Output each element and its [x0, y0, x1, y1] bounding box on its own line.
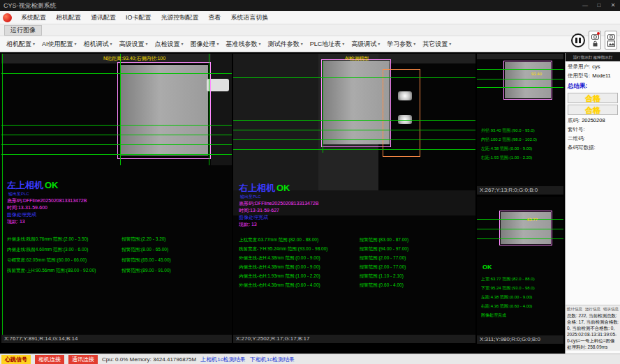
stats-tab[interactable]: 错误信息 — [603, 307, 619, 312]
measurement-row: 残留宽度-上H:90.56mm 范围:(88.00 - 92.00)报警范围:(… — [7, 265, 228, 275]
mini-view-top: 93.40 外径:93.40 范围:(90.0 - 95.0)内径:100.2 … — [477, 54, 563, 195]
camera-view-middle: AI检测模型 右上相机OK 输出至PLC 底形码:DFFline20250208… — [233, 54, 475, 343]
minimize-button[interactable]: — — [578, 0, 592, 11]
measure-guide-line — [477, 229, 563, 229]
toolbar-item[interactable]: 学习参数 — [383, 36, 419, 52]
menu-item[interactable]: IO卡配置 — [121, 11, 156, 24]
measurement-list: 外侧走线:残留0.76mm 范围:(2.00 - 3.50)报警范围:(2.20… — [7, 234, 228, 275]
measure-text-left: 外侧主线-右H:4.36mm 范围:(0.60 - 4.00) — [239, 280, 360, 289]
qr-label: 二维码: — [568, 135, 585, 142]
menu-item[interactable]: 系统语言切换 — [226, 11, 274, 24]
tab-run-image[interactable]: 运行图像 — [4, 25, 42, 36]
measure-text-left: 外侧主线-左H:4.38mm 范围:(0.00 - 9.00) — [239, 253, 360, 262]
mini-measure-line: 左距:4.38 范围:(0.00 - 9.00) — [481, 293, 562, 302]
measurement-list: 上枕宽度:63.77mm 范围:(82.00 - 88.00)报警范围:(83.… — [239, 235, 471, 289]
lock-icon — [591, 40, 599, 47]
camera-connection-indicator: 相机连接 — [35, 355, 64, 364]
count-text: 现款: 13 — [7, 218, 25, 225]
stats-line: 总数: 222, 当前检测总数: — [567, 312, 619, 319]
needle-field: 套针号: — [566, 124, 620, 133]
toolbar-item[interactable]: 点检设置 — [152, 36, 187, 52]
measurement-row: 残留宽度-下H:95.24mm 范围:(93.00 - 98.00)报警范围:(… — [239, 244, 471, 253]
toolbar-item[interactable]: 相机调试 — [80, 36, 116, 52]
stats-tab[interactable]: 统计信息 — [567, 307, 582, 312]
measure-guide-line — [1, 135, 232, 135]
machine-background — [378, 54, 475, 63]
mini-top-canvas[interactable]: 93.40 外径:93.40 范围:(90.0 - 95.0)内径:100.2 … — [477, 54, 563, 186]
total-result-boxes: 合格合格 — [566, 93, 620, 115]
menu-item[interactable]: 系统配置 — [16, 11, 51, 24]
mini-view-bottom: 63.77 OK 上宽:63.77 范围:(82.0 - 88.0)下宽:95.… — [477, 197, 563, 344]
measure-text-left: 残留宽度-上H:90.56mm 范围:(88.00 - 92.00) — [7, 265, 121, 275]
measure-guide-line — [209, 54, 209, 165]
measure-guide-line — [477, 219, 563, 220]
result-ok-badge: OK — [276, 183, 290, 193]
camera-view-left: N轮距离:93.40;右侧内径:100 左上相机OK 输出至PLC 底形码:DF… — [1, 54, 232, 343]
plc-output-label: 输出至PLC — [240, 194, 261, 200]
measure-guide-line — [233, 149, 475, 150]
barcode-write-field: 条码写数据: — [566, 142, 620, 151]
toolbar-item[interactable]: PLC地址表 — [307, 36, 348, 52]
menu-item[interactable]: 查看 — [204, 11, 226, 24]
process-done-text: 图像处理完成 — [239, 214, 268, 221]
menu-item[interactable]: 相机配置 — [51, 11, 86, 24]
measure-guide-line — [120, 54, 121, 165]
main-area: N轮距离:93.40;右侧内径:100 左上相机OK 输出至PLC 底形码:DF… — [0, 53, 620, 354]
mini-bottom-canvas[interactable]: 63.77 OK 上宽:63.77 范围:(82.0 - 88.0)下宽:95.… — [477, 197, 563, 335]
total-result-label: 总结果: — [566, 79, 620, 91]
menu-item[interactable]: 光源控制配置 — [156, 11, 204, 24]
measure-text-right: 报警范围:(0.60 - 4.00) — [360, 280, 471, 289]
code-value: 20250208 — [582, 117, 605, 123]
toolbar-item[interactable]: AI使用配置 — [38, 36, 80, 52]
stats-tab[interactable]: 运行信息 — [585, 307, 600, 312]
measure-text-left: 残留宽度-下H:95.24mm 范围:(93.00 - 98.00) — [239, 244, 360, 253]
stats-line: 0-cys=一号上料位=图像 — [567, 338, 619, 344]
measure-text-left: 内侧主线-右H:1.93mm 范围:(1.00 - 2.20) — [239, 271, 360, 280]
toolbar-item[interactable]: 图像处理 — [187, 36, 223, 52]
measure-text-right: 报警范围:(1.10 - 2.10) — [360, 271, 471, 280]
measure-text-left: 内侧走线:残留4.60mm 范围:(3.00 - 6.00) — [7, 244, 121, 255]
comm-connection-indicator: 通讯连接 — [68, 355, 98, 364]
measure-guide-line — [1, 73, 232, 74]
qr-field: 二维码: — [566, 133, 620, 142]
measure-text-left: 外侧走线:残留0.76mm 范围:(2.00 - 3.50) — [7, 234, 121, 244]
measure-tag: 63.77 — [527, 218, 538, 222]
measurement-row: 引帽宽度:62.05mm 范围:(60.00 - 66.00)报警范围:(65.… — [7, 255, 228, 265]
toolbar-item[interactable]: 高级设置 — [116, 36, 152, 52]
detection-roi-box — [499, 211, 552, 245]
maximize-button[interactable]: □ — [592, 0, 606, 11]
pause-icon — [579, 38, 581, 43]
menu-items: 系统配置相机配置通讯配置IO卡配置光源控制配置查看系统语言切换 — [16, 11, 274, 24]
measure-guide-line — [477, 238, 563, 239]
camera-toggle-button[interactable] — [589, 31, 601, 50]
close-button[interactable]: ✕ — [606, 0, 620, 11]
result-box: 合格 — [568, 105, 618, 115]
toolbar-item[interactable]: 基准线参数 — [223, 36, 265, 52]
count-text: 现款: 13 — [239, 221, 257, 228]
measurement-row: 外侧主线-右H:4.36mm 范围:(0.60 - 4.00)报警范围:(0.6… — [239, 280, 471, 289]
mini-measure-line: 外径:93.40 范围:(90.0 - 95.0) — [481, 126, 562, 135]
middle-camera-canvas[interactable]: AI检测模型 右上相机OK 输出至PLC 底形码:DFFline20250208… — [233, 54, 475, 335]
model-value[interactable]: Mode11 — [592, 73, 611, 79]
toolbar-item[interactable]: 其它设置 — [419, 36, 455, 52]
barcode-write-label: 条码写数据: — [568, 144, 596, 151]
upper-camera-result-text: 上相机1c检测结果 — [200, 356, 245, 363]
measure-guide-line — [233, 130, 475, 130]
machine-background — [211, 54, 232, 165]
barcode-text: 底形码:DFFline2025020813313472B — [239, 200, 318, 207]
toolbar-item[interactable]: 相机配置 — [3, 36, 38, 52]
lower-camera-result-text: 下相机1c检测结果 — [250, 356, 295, 363]
capture-button[interactable] — [605, 31, 617, 50]
pause-button[interactable] — [571, 33, 585, 47]
result-ok-badge: OK — [45, 180, 59, 190]
toolbar-item[interactable]: 测试件参数 — [265, 36, 307, 52]
mini-measure-line: 内径:100.2 范围:(98.0 - 102.0) — [481, 135, 562, 144]
side-panel: 运行指示灯 故障指示灯 登录用户: cys 使用型号: Mode11 总结果: … — [565, 53, 620, 354]
camera-result-title: 左上相机OK — [7, 179, 59, 192]
measure-text-right: 报警范围:(83.00 - 87.00) — [360, 235, 471, 244]
left-camera-canvas[interactable]: N轮距离:93.40;右侧内径:100 左上相机OK 输出至PLC 底形码:DF… — [1, 54, 232, 335]
measurement-row: 内侧主线-右H:1.93mm 范围:(1.00 - 2.20)报警范围:(1.1… — [239, 271, 471, 280]
toolbar-item[interactable]: 高级调试 — [348, 36, 383, 52]
menu-item[interactable]: 通讯配置 — [86, 11, 121, 24]
tab-row: 运行图像 — [0, 24, 620, 36]
